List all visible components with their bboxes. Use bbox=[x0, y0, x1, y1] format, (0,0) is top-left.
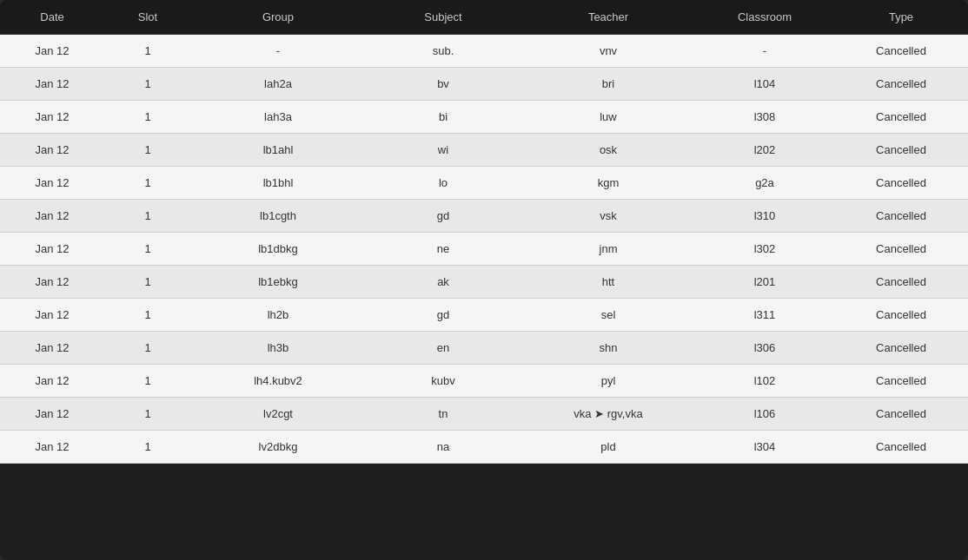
cell-date: Jan 12 bbox=[0, 299, 104, 332]
table-row: Jan 121lh4.kubv2kubvpyll102Cancelled bbox=[0, 365, 968, 398]
header-slot: Slot bbox=[104, 0, 191, 35]
cell-date: Jan 12 bbox=[0, 134, 104, 167]
header-type: Type bbox=[834, 0, 968, 35]
cell-slot: 1 bbox=[104, 332, 191, 365]
table-container: Date Slot Group Subject Teacher Classroo… bbox=[0, 0, 968, 560]
cell-group: lh4.kubv2 bbox=[191, 365, 365, 398]
cell-teacher: shn bbox=[521, 332, 695, 365]
cell-slot: 1 bbox=[104, 431, 191, 464]
table-row: Jan 121lb1dbkgnejnml302Cancelled bbox=[0, 233, 968, 266]
cell-slot: 1 bbox=[104, 266, 191, 299]
cell-teacher: vsk bbox=[521, 200, 695, 233]
cell-teacher: luw bbox=[521, 101, 695, 134]
cell-teacher: vnv bbox=[521, 35, 695, 68]
table-row: Jan 121-sub.vnv-Cancelled bbox=[0, 35, 968, 68]
cell-type: Cancelled bbox=[834, 332, 968, 365]
table-row: Jan 121lh2bgdsell311Cancelled bbox=[0, 299, 968, 332]
cell-date: Jan 12 bbox=[0, 266, 104, 299]
cell-type: Cancelled bbox=[834, 35, 968, 68]
cell-type: Cancelled bbox=[834, 200, 968, 233]
cell-date: Jan 12 bbox=[0, 398, 104, 431]
cell-date: Jan 12 bbox=[0, 233, 104, 266]
cell-teacher: pyl bbox=[521, 365, 695, 398]
cell-teacher: jnm bbox=[521, 233, 695, 266]
cell-classroom: l310 bbox=[695, 200, 834, 233]
cell-subject: wi bbox=[365, 134, 521, 167]
cell-teacher: kgm bbox=[521, 167, 695, 200]
cell-subject: ne bbox=[365, 233, 521, 266]
cell-date: Jan 12 bbox=[0, 431, 104, 464]
table-row: Jan 121lh3benshnl306Cancelled bbox=[0, 332, 968, 365]
cell-classroom: l106 bbox=[695, 398, 834, 431]
cell-subject: gd bbox=[365, 299, 521, 332]
cell-slot: 1 bbox=[104, 233, 191, 266]
cell-group: lah2a bbox=[191, 68, 365, 101]
cell-group: lah3a bbox=[191, 101, 365, 134]
header-teacher: Teacher bbox=[521, 0, 695, 35]
cell-classroom: l308 bbox=[695, 101, 834, 134]
cell-teacher: pld bbox=[521, 431, 695, 464]
cell-subject: sub. bbox=[365, 35, 521, 68]
cell-group: lb1cgth bbox=[191, 200, 365, 233]
table-row: Jan 121lah3abiluwl308Cancelled bbox=[0, 101, 968, 134]
cell-teacher: htt bbox=[521, 266, 695, 299]
cell-classroom: l306 bbox=[695, 332, 834, 365]
cell-subject: ak bbox=[365, 266, 521, 299]
table-row: Jan 121lb1bhllokgmg2aCancelled bbox=[0, 167, 968, 200]
cell-slot: 1 bbox=[104, 101, 191, 134]
cell-type: Cancelled bbox=[834, 233, 968, 266]
cell-group: lh2b bbox=[191, 299, 365, 332]
table-row: Jan 121lah2abvbril104Cancelled bbox=[0, 68, 968, 101]
table-row: Jan 121lb1ahlwioskl202Cancelled bbox=[0, 134, 968, 167]
cell-group: - bbox=[191, 35, 365, 68]
cell-group: lv2dbkg bbox=[191, 431, 365, 464]
cell-slot: 1 bbox=[104, 35, 191, 68]
cell-classroom: l104 bbox=[695, 68, 834, 101]
cell-classroom: g2a bbox=[695, 167, 834, 200]
header-subject: Subject bbox=[365, 0, 521, 35]
cell-type: Cancelled bbox=[834, 299, 968, 332]
cell-slot: 1 bbox=[104, 299, 191, 332]
cell-type: Cancelled bbox=[834, 101, 968, 134]
cell-group: lb1ahl bbox=[191, 134, 365, 167]
table-row: Jan 121lb1ebkgakhttl201Cancelled bbox=[0, 266, 968, 299]
cell-slot: 1 bbox=[104, 134, 191, 167]
cell-date: Jan 12 bbox=[0, 332, 104, 365]
cell-date: Jan 12 bbox=[0, 35, 104, 68]
screen: Date Slot Group Subject Teacher Classroo… bbox=[0, 0, 968, 560]
cell-group: lb1dbkg bbox=[191, 233, 365, 266]
cell-teacher: vka ➤ rgv,vka bbox=[521, 398, 695, 431]
header-classroom: Classroom bbox=[695, 0, 834, 35]
table-header-row: Date Slot Group Subject Teacher Classroo… bbox=[0, 0, 968, 35]
cell-type: Cancelled bbox=[834, 167, 968, 200]
cell-group: lb1bhl bbox=[191, 167, 365, 200]
cell-group: lh3b bbox=[191, 332, 365, 365]
header-group: Group bbox=[191, 0, 365, 35]
cell-date: Jan 12 bbox=[0, 200, 104, 233]
cell-subject: na bbox=[365, 431, 521, 464]
cell-type: Cancelled bbox=[834, 266, 968, 299]
cell-subject: en bbox=[365, 332, 521, 365]
cell-teacher: bri bbox=[521, 68, 695, 101]
cell-type: Cancelled bbox=[834, 431, 968, 464]
cell-type: Cancelled bbox=[834, 398, 968, 431]
cell-classroom: l102 bbox=[695, 365, 834, 398]
cell-slot: 1 bbox=[104, 200, 191, 233]
cell-type: Cancelled bbox=[834, 68, 968, 101]
cell-teacher: sel bbox=[521, 299, 695, 332]
cell-group: lv2cgt bbox=[191, 398, 365, 431]
cell-subject: bv bbox=[365, 68, 521, 101]
cell-slot: 1 bbox=[104, 365, 191, 398]
header-date: Date bbox=[0, 0, 104, 35]
cell-subject: lo bbox=[365, 167, 521, 200]
cell-subject: gd bbox=[365, 200, 521, 233]
schedule-table: Date Slot Group Subject Teacher Classroo… bbox=[0, 0, 968, 464]
table-row: Jan 121lv2dbkgnapldl304Cancelled bbox=[0, 431, 968, 464]
cell-type: Cancelled bbox=[834, 134, 968, 167]
cell-classroom: l202 bbox=[695, 134, 834, 167]
cell-subject: tn bbox=[365, 398, 521, 431]
cell-type: Cancelled bbox=[834, 365, 968, 398]
cell-subject: bi bbox=[365, 101, 521, 134]
cell-date: Jan 12 bbox=[0, 167, 104, 200]
cell-classroom: - bbox=[695, 35, 834, 68]
